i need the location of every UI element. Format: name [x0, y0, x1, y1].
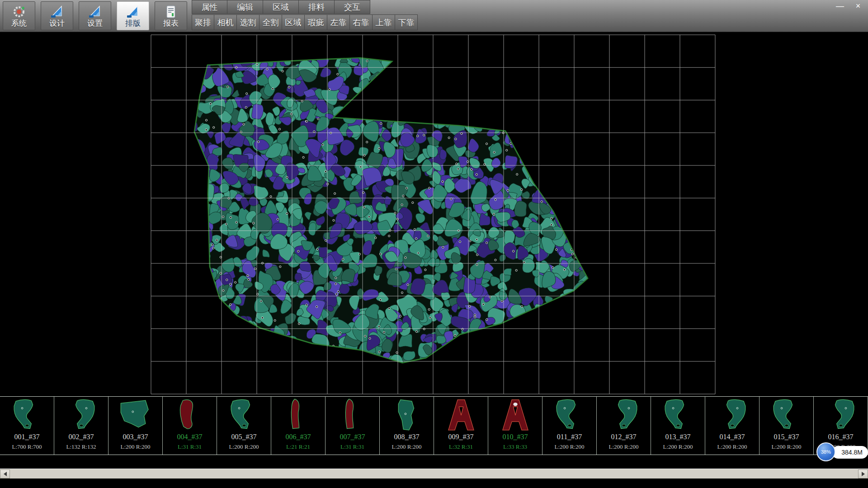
piece-lr-counts: L:200 R:200 [392, 444, 421, 450]
nav-report-button[interactable]: 报表 [155, 1, 187, 30]
piece-lr-counts: L:700 R:700 [12, 444, 42, 450]
menu-snap-left-button[interactable]: 左靠 [327, 14, 350, 30]
nav-label: 排版 [125, 19, 141, 28]
piece-shape [659, 398, 697, 433]
horizontal-scrollbar[interactable] [0, 469, 868, 479]
scroll-right-button[interactable] [858, 469, 868, 479]
piece-thumbnail[interactable]: 007_#37 L:31 R:31 [326, 397, 380, 455]
menu-label: 聚排 [195, 17, 211, 28]
piece-lr-counts: L:200 R:200 [229, 444, 259, 450]
menu-snap-bottom-button[interactable]: 下靠 [395, 14, 418, 30]
piece-thumbnail[interactable]: 003_#37 L:200 R:200 [108, 397, 163, 455]
piece-thumbnail[interactable]: 009_#37 L:32 R:31 [434, 397, 488, 455]
piece-thumbnail[interactable]: 010_#37 L:33 R:33 [488, 397, 542, 455]
nav-design-button[interactable]: 设计 [41, 1, 73, 30]
memory-percent-ball[interactable]: 38% [816, 442, 835, 461]
piece-id: 010_#37 [503, 433, 528, 441]
close-button[interactable]: × [853, 1, 863, 11]
piece-shape [62, 398, 100, 433]
window-controls: — × [835, 1, 863, 11]
piece-thumbnail-strip: 001_#37 L:700 R:700 002_#37 L:132 R:132 … [0, 396, 868, 455]
piece-shape [171, 398, 209, 433]
piece-id: 012_#37 [611, 433, 637, 441]
nav-label: 报表 [163, 19, 179, 28]
menu-interaction-button[interactable]: 交互 [335, 0, 370, 14]
piece-thumbnail[interactable]: 011_#37 L:200 R:200 [542, 397, 597, 455]
piece-thumbnail[interactable]: 005_#37 L:200 R:200 [217, 397, 271, 455]
menu-snap-right-button[interactable]: 右靠 [350, 14, 373, 30]
piece-id: 016_#37 [828, 433, 854, 441]
menu-nesting-button[interactable]: 排料 [299, 0, 335, 14]
memory-widget: 384.8M 38% [816, 442, 868, 462]
menu-label: 下靠 [398, 17, 415, 28]
piece-shape [768, 398, 806, 433]
nav-system-button[interactable]: 系统 [3, 1, 35, 30]
menu-bars: 属性 编辑 区域 排料 交互 聚排 相机 选割 全割 区域 瑕疵 左靠 右靠 上… [192, 0, 418, 30]
menu-label: 瑕疵 [308, 17, 324, 28]
piece-shape [8, 398, 46, 433]
piece-thumbnail[interactable]: 015_#37 L:200 R:200 [760, 397, 814, 455]
nav-label: 系统 [11, 19, 27, 28]
nav-layout-button[interactable]: 排版 [117, 1, 149, 30]
menu-camera-button[interactable]: 相机 [214, 14, 237, 30]
nesting-layout-svg [0, 32, 868, 396]
piece-thumbnail[interactable]: 013_#37 L:200 R:200 [651, 397, 705, 455]
menu-row-bottom: 聚排 相机 选割 全割 区域 瑕疵 左靠 右靠 上靠 下靠 [192, 14, 418, 30]
menu-snap-top-button[interactable]: 上靠 [373, 14, 395, 30]
piece-id: 001_#37 [14, 433, 40, 441]
scroll-left-button[interactable] [0, 469, 10, 479]
piece-shape [551, 398, 589, 433]
menu-edit-button[interactable]: 编辑 [227, 0, 263, 14]
minimize-button[interactable]: — [835, 1, 845, 11]
menu-label: 交互 [344, 2, 360, 13]
piece-thumbnail[interactable]: 008_#37 L:200 R:200 [380, 397, 434, 455]
menu-region-button[interactable]: 区域 [263, 0, 299, 14]
memory-usage: 384.8M [832, 446, 868, 459]
piece-shape [225, 398, 263, 433]
piece-shape [822, 398, 860, 433]
piece-lr-counts: L:200 R:200 [717, 444, 747, 450]
menu-label: 全割 [263, 17, 279, 28]
piece-lr-counts: L:31 R:31 [340, 444, 364, 450]
system-icon [12, 5, 26, 19]
piece-lr-counts: L:31 R:31 [178, 444, 202, 450]
menu-label: 编辑 [237, 2, 253, 13]
piece-shape [496, 398, 534, 433]
piece-lr-counts: L:200 R:200 [609, 444, 638, 450]
piece-shape [279, 398, 317, 433]
piece-id: 006_#37 [286, 433, 311, 441]
menu-label: 上靠 [376, 17, 392, 28]
menu-area-button[interactable]: 区域 [282, 14, 305, 30]
left-arrow-icon [4, 472, 7, 476]
piece-shape [117, 398, 155, 433]
report-icon [164, 5, 178, 19]
piece-thumbnail[interactable]: 012_#37 L:200 R:200 [597, 397, 651, 455]
piece-id: 002_#37 [69, 433, 94, 441]
nav-label: 设置 [87, 19, 103, 28]
nesting-canvas[interactable] [0, 32, 868, 396]
menu-cluster-nest-button[interactable]: 聚排 [192, 14, 214, 30]
piece-thumbnail[interactable]: 014_#37 L:200 R:200 [705, 397, 760, 455]
piece-thumbnail[interactable]: 002_#37 L:132 R:132 [54, 397, 108, 455]
piece-id: 007_#37 [340, 433, 365, 441]
menu-row-top: 属性 编辑 区域 排料 交互 [192, 0, 418, 14]
menu-properties-button[interactable]: 属性 [192, 0, 227, 14]
piece-id: 009_#37 [448, 433, 474, 441]
settings-icon [88, 5, 102, 19]
menu-label: 区域 [285, 17, 302, 28]
piece-shape [334, 398, 372, 433]
menu-select-cut-button[interactable]: 选割 [237, 14, 259, 30]
top-toolbar: 系统 设计 设置 排版 报表 属性 编辑 区域 排料 交互 聚排 相机 选割 全… [0, 0, 868, 32]
nav-settings-button[interactable]: 设置 [79, 1, 111, 30]
piece-thumbnail[interactable]: 001_#37 L:700 R:700 [0, 397, 54, 455]
menu-cut-all-button[interactable]: 全割 [259, 14, 282, 30]
piece-lr-counts: L:200 R:200 [663, 444, 693, 450]
menu-label: 右靠 [353, 17, 369, 28]
piece-lr-counts: L:132 R:132 [66, 444, 96, 450]
piece-id: 014_#37 [720, 433, 745, 441]
piece-thumbnail[interactable]: 006_#37 L:21 R:21 [271, 397, 326, 455]
menu-defect-button[interactable]: 瑕疵 [305, 14, 327, 30]
piece-thumbnail[interactable]: 004_#37 L:31 R:31 [163, 397, 217, 455]
piece-id: 013_#37 [665, 433, 691, 441]
menu-label: 选割 [240, 17, 256, 28]
